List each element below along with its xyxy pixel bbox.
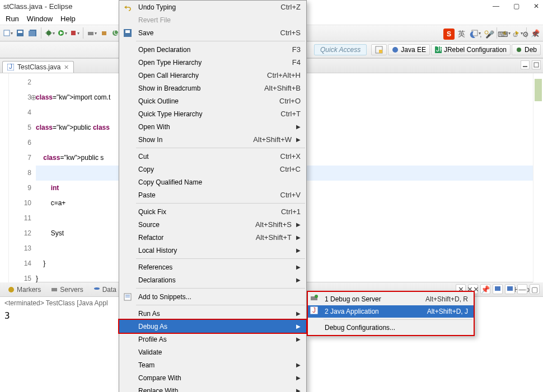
svg-point-25 [517,48,521,52]
ctx-item-show-in[interactable]: Show InAlt+Shift+W▶ [119,133,306,146]
ctx-item-quick-type-hierarchy[interactable]: Quick Type HierarchyCtrl+T [119,107,306,120]
overview-ruler[interactable] [533,73,543,282]
save-icon [123,28,133,38]
ime-tool-icon[interactable]: 🛠 [532,30,540,39]
toolbar-ext-tools-button[interactable] [69,27,80,39]
ime-moon-icon[interactable] [469,30,476,38]
tab-servers[interactable]: Servers [46,284,87,295]
ctx-item-open-with[interactable]: Open With▶ [119,120,306,133]
ctx-item-label: Open Call Hierarchy [138,72,267,79]
ctx-item-label: Validate [138,348,301,356]
toolbar-new-package-button[interactable] [99,27,110,39]
ctx-item-replace-with[interactable]: Replace With▶ [119,384,306,392]
ctx-item-undo-typing[interactable]: Undo TypingCtrl+Z [119,1,306,13]
ctx-item-declarations[interactable]: Declarations▶ [119,273,306,286]
ctx-item-open-declaration[interactable]: Open DeclarationF3 [119,43,306,56]
toolbar-new-server-button[interactable] [86,27,97,39]
window-maximize-button[interactable]: ▢ [513,3,519,10]
ctx-item-label: Declarations [138,276,292,284]
ctx-item-debug-as[interactable]: Debug As▶ [118,319,307,334]
ctx-item-copy[interactable]: CopyCtrl+C [119,163,306,176]
ctx-item-label: Paste [138,191,280,199]
ime-keyboard-icon[interactable]: ⌨ [498,30,508,39]
tab-markers[interactable]: Markers [3,284,45,295]
ctx-item-source[interactable]: SourceAlt+Shift+S▶ [119,218,306,231]
console-new-button[interactable] [505,284,515,294]
ctx-item-shortcut: Ctrl+O [279,97,301,105]
ctx-item-revert-file[interactable]: Revert File [119,13,306,26]
ctx-item-shortcut: Alt+Shift+S [255,220,292,229]
ctx-item-copy-qualified-name[interactable]: Copy Qualified Name [119,176,306,188]
line-number-gutter[interactable]: 23⊕456789101112131415 [9,73,36,282]
perspective-jrebel[interactable]: JR JRebel Configuration [431,44,511,55]
console-display-button[interactable] [493,284,503,294]
submenu-arrow-icon: ▶ [296,221,301,228]
ctx-item-run-as[interactable]: Run As▶ [119,307,306,320]
ctx-item-cut[interactable]: CutCtrl+X [119,150,306,163]
submenu-item-debug-on-server[interactable]: 1 Debug on ServerAlt+Shift+D, R [308,293,474,305]
context-menu[interactable]: Undo TypingCtrl+ZRevert FileSaveCtrl+SOp… [119,0,307,392]
ctx-item-open-call-hierarchy[interactable]: Open Call HierarchyCtrl+Alt+H [119,69,306,82]
debug-as-submenu[interactable]: 1 Debug on ServerAlt+Shift+D, RJ2 Java A… [307,291,475,336]
ctx-item-show-in-breadcrumb[interactable]: Show in BreadcrumbAlt+Shift+B [119,82,306,95]
menu-run[interactable]: Run [2,13,22,24]
sogou-ime-icon[interactable]: S [443,29,455,40]
toolbar-new-button[interactable] [2,27,13,39]
ime-gear-icon[interactable]: ⚙ [522,30,529,39]
ctx-item-profile-as[interactable]: Profile As▶ [119,333,306,346]
svg-text:J: J [9,64,12,70]
submenu-item-java-application[interactable]: J2 Java ApplicationAlt+Shift+D, J [308,305,474,318]
perspective-debug-label: Deb [525,46,537,54]
console-pin-button[interactable]: 📌 [480,284,490,294]
submenu-arrow-icon: ▶ [296,277,301,283]
ctx-item-add-to-snippets[interactable]: Add to Snippets... [119,290,306,303]
menu-help[interactable]: Help [57,13,79,24]
ctx-item-save[interactable]: SaveCtrl+S [119,26,306,39]
ime-mic-icon[interactable]: 🎤 [485,30,494,39]
ctx-item-shortcut: Alt+Shift+W [253,135,292,144]
ctx-item-shortcut: F4 [292,58,301,67]
toolbar-save-all-button[interactable] [27,27,38,39]
panel-minimize-button[interactable]: — [517,284,527,294]
svg-rect-2 [18,31,22,33]
editor-minimize-button[interactable] [521,60,530,69]
submenu-debug-configurations[interactable]: Debug Configurations... [308,322,474,334]
ime-lang[interactable]: 英 [458,29,465,39]
panel-maximize-button[interactable]: ▢ [530,284,540,294]
ctx-item-team[interactable]: Team▶ [119,358,306,371]
window-minimize-button[interactable]: — [493,3,499,10]
ctx-item-label: Quick Outline [138,97,279,105]
ctx-item-validate[interactable]: Validate [119,346,306,358]
ctx-item-quick-outline[interactable]: Quick OutlineCtrl+O [119,95,306,107]
toolbar-run-button[interactable] [57,27,68,39]
quick-access-field[interactable]: Quick Access [314,44,367,55]
editor-tab-testclass[interactable]: J TestClass.java ✕ [2,61,74,73]
open-perspective-button[interactable] [371,44,387,55]
toolbar-debug-button[interactable] [44,27,55,39]
marker-ruler[interactable] [0,73,9,282]
toolbar-save-button[interactable] [15,27,26,39]
ime-smile-icon[interactable]: ☺ [512,30,519,39]
submenu-arrow-icon: ▶ [296,264,301,270]
ctx-item-open-type-hierarchy[interactable]: Open Type HierarchyF4 [119,56,306,69]
perspective-java-ee[interactable]: Java EE [388,44,430,55]
ctx-item-quick-fix[interactable]: Quick FixCtrl+1 [119,205,306,218]
svg-rect-31 [52,288,57,291]
ctx-item-refactor[interactable]: RefactorAlt+Shift+T▶ [119,231,306,244]
ctx-item-shortcut: Ctrl+X [280,152,301,160]
svg-rect-11 [88,32,93,35]
perspective-debug[interactable]: Deb [512,44,541,55]
menu-window[interactable]: Window [24,13,56,24]
submenu-arrow-icon: ▶ [296,362,301,368]
svg-text:C: C [114,30,119,36]
ctx-item-compare-with[interactable]: Compare With▶ [119,371,306,384]
editor-tab-close-icon[interactable]: ✕ [64,64,69,71]
ctx-item-label: Add to Snippets... [138,293,301,301]
ctx-item-label: Open With [138,123,292,131]
svg-rect-10 [71,31,76,35]
ctx-item-references[interactable]: References▶ [119,261,306,273]
ctx-item-local-history[interactable]: Local History▶ [119,244,306,257]
editor-maximize-button[interactable] [532,60,541,69]
window-close-button[interactable]: ✕ [533,3,540,10]
ctx-item-paste[interactable]: PasteCtrl+V [119,188,306,201]
